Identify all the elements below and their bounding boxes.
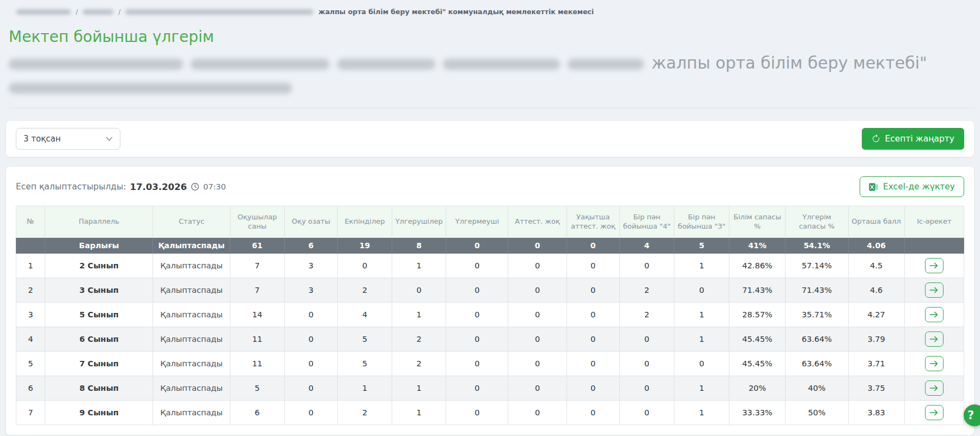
row-value: 0 [337, 254, 392, 278]
row-value: 71.43% [729, 278, 786, 303]
row-value: 0 [446, 303, 508, 327]
column-header: Үлгермеуші [446, 206, 508, 238]
column-header: Іс-әрекет [904, 206, 964, 238]
row-value: 0 [567, 254, 619, 278]
row-action-cell [904, 327, 964, 352]
row-value: 0 [284, 303, 337, 327]
row-status: Қалыптаспады [153, 401, 230, 425]
row-parallel: 2 Сынып [45, 254, 153, 278]
table-row: 12 СыныпҚалыптаспады73010000142.86%57.14… [16, 254, 964, 278]
row-status: Қалыптаспады [153, 254, 230, 278]
row-value: 0 [567, 278, 619, 303]
summary-row: БарлығыҚалыптаспады6161980004541%54.1%4.… [16, 238, 964, 254]
row-value: 0 [674, 278, 729, 303]
quarter-select[interactable]: 3 тоқсан [16, 128, 120, 150]
report-generated: Есеп қалыптастырылды: 17.03.2026 07:30 [16, 182, 226, 192]
row-value: 2 [392, 352, 446, 376]
row-value: 63.64% [786, 327, 848, 352]
row-value: 5 [337, 352, 392, 376]
redacted-breadcrumb-item [16, 9, 71, 15]
column-header: Статус [153, 206, 230, 238]
column-header: Оқушылар саны [230, 206, 284, 238]
download-excel-label: Excel-де жүктеу [883, 182, 955, 192]
page-title: Мектеп бойынша үлгерім [9, 28, 975, 46]
redacted-text [9, 83, 292, 94]
redacted-text [191, 59, 330, 70]
row-value: 11 [230, 327, 284, 352]
row-value: 2 [392, 327, 446, 352]
row-action-cell [904, 254, 964, 278]
row-value: 0 [619, 376, 674, 401]
row-action-cell [904, 303, 964, 327]
row-value: 0 [284, 352, 337, 376]
row-value: 0 [446, 376, 508, 401]
refresh-icon [872, 134, 880, 143]
row-number: 7 [16, 401, 45, 425]
arrow-right-icon [929, 360, 939, 367]
row-value: 3 [284, 254, 337, 278]
column-header: Үлгерушілер [392, 206, 446, 238]
subtitle-visible-text: жалпы орта білім беру мектебі" [652, 53, 927, 72]
column-header: Білім сапасы % [729, 206, 786, 238]
row-value: 11 [230, 352, 284, 376]
row-value: 0 [508, 401, 567, 425]
row-action-cell [904, 376, 964, 401]
summary-cell: 19 [337, 238, 392, 254]
summary-cell: 4.06 [848, 238, 904, 254]
row-value: 0 [284, 401, 337, 425]
summary-label: Барлығы [45, 238, 153, 254]
download-excel-button[interactable]: Excel-де жүктеу [860, 176, 964, 197]
arrow-right-icon [929, 262, 939, 269]
redacted-text [337, 59, 435, 70]
row-value: 0 [508, 327, 567, 352]
row-detail-button[interactable] [925, 356, 944, 371]
row-status: Қалыптаспады [153, 303, 230, 327]
row-value: 0 [508, 278, 567, 303]
table-row: 46 СыныпҚалыптаспады110520000145.45%63.6… [16, 327, 964, 352]
refresh-report-button[interactable]: Есепті жаңарту [862, 128, 965, 150]
row-detail-button[interactable] [925, 405, 944, 420]
summary-cell [904, 238, 964, 254]
arrow-right-icon [929, 384, 939, 392]
arrow-right-icon [929, 286, 939, 294]
row-detail-button[interactable] [925, 380, 944, 396]
row-value: 0 [446, 352, 508, 376]
row-value: 35.71% [786, 303, 848, 327]
row-value: 0 [392, 278, 446, 303]
row-detail-button[interactable] [925, 258, 944, 273]
breadcrumb-separator: / [118, 8, 120, 16]
breadcrumb-current: жалпы орта білім беру мектебі" коммуналд… [318, 8, 594, 16]
breadcrumb-separator: / [76, 8, 78, 16]
row-value: 0 [674, 352, 729, 376]
row-value: 40% [786, 376, 848, 401]
summary-cell: 41% [729, 238, 786, 254]
table-row: 35 СыныпҚалыптаспады140410002128.57%35.7… [16, 303, 964, 327]
table-row: 79 СыныпҚалыптаспады60210000133.33%50%3.… [16, 401, 964, 425]
row-value: 2 [337, 278, 392, 303]
summary-cell: 6 [284, 238, 337, 254]
row-value: 0 [619, 352, 674, 376]
excel-icon [869, 182, 878, 192]
column-header: Аттест. жоқ [508, 206, 567, 238]
arrow-right-icon [929, 311, 939, 318]
column-header: Параллель [45, 206, 153, 238]
row-value: 45.45% [729, 327, 786, 352]
row-number: 4 [16, 327, 45, 352]
row-value: 2 [337, 401, 392, 425]
quarter-select-value: 3 тоқсан [23, 134, 61, 144]
row-detail-button[interactable] [925, 307, 944, 322]
redacted-breadcrumb-item [83, 9, 113, 15]
column-header: Үлгерім сапасы % [786, 206, 848, 238]
row-value: 0 [446, 278, 508, 303]
row-detail-button[interactable] [925, 283, 944, 298]
row-value: 1 [392, 401, 446, 425]
row-parallel: 9 Сынып [45, 401, 153, 425]
page: / / жалпы орта білім беру мектебі" комму… [0, 0, 980, 435]
table-header-row: №ПараллельСтатусОқушылар саныОқу озатыЕк… [16, 206, 964, 238]
row-value: 71.43% [786, 278, 848, 303]
row-value: 5 [230, 376, 284, 401]
row-value: 63.64% [786, 352, 848, 376]
row-detail-button[interactable] [925, 331, 944, 347]
row-value: 3.71 [848, 352, 904, 376]
row-parallel: 5 Сынып [45, 303, 153, 327]
